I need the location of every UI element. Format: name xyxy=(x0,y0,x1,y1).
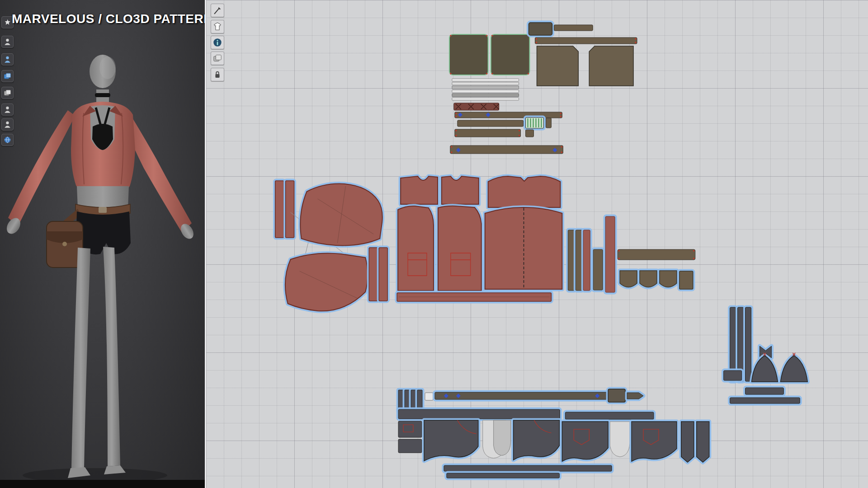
side-strip-4[interactable] xyxy=(593,249,603,290)
small-tab-1[interactable] xyxy=(546,118,551,128)
pose-tool-icon[interactable] xyxy=(1,103,14,116)
corner-mark xyxy=(618,250,620,252)
corner-mark xyxy=(635,38,637,40)
shorts-hem-strip-2[interactable] xyxy=(447,473,559,478)
cuff-strip-1[interactable] xyxy=(369,248,377,301)
waist-strap-2[interactable] xyxy=(458,120,524,127)
pocket-bag-2[interactable] xyxy=(494,420,511,455)
corner-mark xyxy=(491,73,493,75)
pocket-flap-3[interactable] xyxy=(660,271,677,287)
pocket-piece-1[interactable] xyxy=(681,422,694,462)
edit-pattern-tool-icon[interactable] xyxy=(211,4,224,17)
white-tab[interactable] xyxy=(425,393,433,400)
pocket-band[interactable] xyxy=(618,249,695,260)
avatar-edit-icon[interactable] xyxy=(1,53,14,66)
corner-mark xyxy=(560,113,562,114)
pocket-flap-2[interactable] xyxy=(640,271,657,287)
pocket-flap-1[interactable] xyxy=(620,271,637,287)
small-panel-1[interactable] xyxy=(398,421,422,437)
belt-buckle[interactable] xyxy=(608,389,625,402)
elastic-strip-5[interactable] xyxy=(452,94,519,97)
elastic-strip-1[interactable] xyxy=(452,79,519,81)
app-window: MARVELOUS / CLO3D PATTERNS xyxy=(0,0,868,488)
main-belt[interactable] xyxy=(435,392,607,399)
avatar-left-leg xyxy=(71,248,90,468)
fabric-layer-icon[interactable] xyxy=(1,87,14,99)
pouch-small-tab[interactable] xyxy=(724,371,742,380)
corner-mark xyxy=(519,130,520,131)
tall-strip[interactable] xyxy=(605,216,615,292)
elastic-strip-6[interactable] xyxy=(452,98,519,100)
side-strip-3[interactable] xyxy=(583,230,590,291)
corner-mark xyxy=(451,146,453,148)
small-panel-2[interactable] xyxy=(398,439,422,453)
collar-strap[interactable] xyxy=(554,25,593,31)
corner-mark xyxy=(693,258,695,259)
show-garment-toggle-icon[interactable] xyxy=(211,20,224,33)
elastic-strip-2[interactable] xyxy=(452,82,519,85)
measure-avatar-icon[interactable] xyxy=(1,118,14,131)
avatar-midriff xyxy=(77,186,129,209)
collar-buckle-piece[interactable] xyxy=(529,23,552,35)
corner-mark xyxy=(536,42,538,43)
bottom-bar xyxy=(0,480,205,488)
avatar-head-highlight xyxy=(99,56,116,79)
corner-mark xyxy=(561,151,563,153)
2d-pattern-viewport[interactable] xyxy=(205,0,868,488)
pouch-strap-2[interactable] xyxy=(730,398,800,404)
corner-mark xyxy=(528,73,529,75)
pouch-gusset-2[interactable] xyxy=(780,356,807,382)
waist-strap-3[interactable] xyxy=(455,129,521,137)
sleeve-placket-1[interactable] xyxy=(275,181,284,238)
pocket-piece-2[interactable] xyxy=(697,422,709,462)
bodice-front-left[interactable] xyxy=(398,206,434,291)
shorts-band-right[interactable] xyxy=(565,412,654,419)
belt-strap-long[interactable] xyxy=(450,145,563,154)
avatar-show-icon[interactable] xyxy=(1,36,14,48)
avatar-choker xyxy=(95,93,110,97)
fabric-view-toggle-icon[interactable] xyxy=(211,52,224,65)
pocket-bag-3[interactable] xyxy=(610,422,630,457)
yoke-back[interactable] xyxy=(488,176,561,207)
corner-mark xyxy=(455,116,457,117)
avatar-left-arm xyxy=(8,110,75,226)
yoke-front-right[interactable] xyxy=(442,176,479,204)
waist-strap-long[interactable] xyxy=(455,112,562,118)
bodice-front-right[interactable] xyxy=(438,206,481,291)
corner-mark xyxy=(455,113,457,114)
lock-pattern-toggle-icon[interactable] xyxy=(211,68,224,81)
pattern-info-toggle-icon[interactable] xyxy=(211,36,224,49)
pouch-strip-3[interactable] xyxy=(745,307,751,381)
jacket-back-panel-right[interactable] xyxy=(491,34,530,75)
pouch-strap-1[interactable] xyxy=(745,388,784,394)
corner-mark xyxy=(560,116,562,117)
cuff-strip-2[interactable] xyxy=(379,248,387,301)
shorts-waistband[interactable] xyxy=(398,409,560,419)
pocket-flap-4[interactable] xyxy=(679,271,693,289)
corner-mark xyxy=(486,73,488,75)
small-tab-2[interactable] xyxy=(526,130,534,137)
world-view-icon[interactable] xyxy=(1,134,14,146)
corner-mark xyxy=(455,130,457,131)
elastic-strip-3[interactable] xyxy=(452,86,519,89)
elastic-strip-4[interactable] xyxy=(452,90,519,93)
page-title: MARVELOUS / CLO3D PATTERNS xyxy=(12,12,205,26)
front-panel-a[interactable] xyxy=(537,46,579,86)
yoke-front-left[interactable] xyxy=(401,176,438,204)
front-waistband[interactable] xyxy=(535,38,637,44)
3d-viewport[interactable]: MARVELOUS / CLO3D PATTERNS xyxy=(0,0,205,488)
front-panel-b[interactable] xyxy=(589,46,633,86)
sleeve-placket-2[interactable] xyxy=(286,181,294,238)
corner-mark xyxy=(561,146,563,148)
corner-mark xyxy=(451,151,453,153)
pattern-canvas[interactable] xyxy=(206,0,868,488)
shorts-hem-strip-1[interactable] xyxy=(444,465,612,471)
avatar-pouch-clasp xyxy=(62,242,67,246)
jacket-back-panel-left[interactable] xyxy=(449,34,488,75)
pouch-gusset-1[interactable] xyxy=(752,356,778,382)
corner-mark xyxy=(618,258,620,259)
garment-show-icon[interactable] xyxy=(1,70,14,82)
corner-mark xyxy=(491,35,493,37)
avatar-figure xyxy=(0,0,205,488)
corner-mark xyxy=(519,135,520,136)
